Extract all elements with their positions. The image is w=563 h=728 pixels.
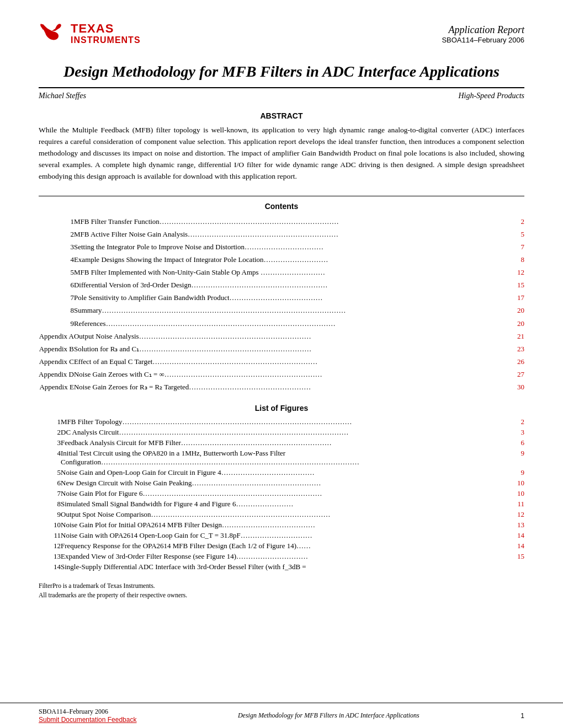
lof-item-page: 14 bbox=[502, 541, 524, 552]
author-line: Michael Steffes High-Speed Products bbox=[0, 88, 563, 100]
lof-row: 10Noise Gain Plot for Initial OPA2614 MF… bbox=[39, 520, 524, 531]
lof-row: 13Expanded View of 3rd-Order Filter Resp… bbox=[39, 552, 524, 562]
toc-item-num: 1 bbox=[39, 215, 74, 228]
app-report-label: Application Report bbox=[442, 24, 524, 36]
lof-item-page: 12 bbox=[502, 510, 524, 520]
lof-item-label: Noise Gain Plot for Figure 6………………………………… bbox=[61, 489, 502, 499]
lof-row: 12Frequency Response for the OPA2614 MFB… bbox=[39, 541, 524, 552]
toc-item-label: Pole Sensitivity to Amplifier Gain Bandw… bbox=[74, 292, 502, 304]
bottom-bar: SBOA114–February 2006 Submit Documentati… bbox=[0, 703, 563, 728]
toc-item-label: MFB Filter Transfer Function………………………………… bbox=[74, 215, 502, 228]
lof-item-page: 13 bbox=[502, 520, 524, 531]
lof-item-num: 10 bbox=[39, 520, 61, 531]
logo-area: TEXAS INSTRUMENTS bbox=[39, 22, 141, 46]
logo-instruments: INSTRUMENTS bbox=[71, 35, 141, 45]
lof-item-page: 10 bbox=[502, 489, 524, 499]
trademark2: All trademarks are the property of their… bbox=[39, 591, 524, 600]
toc-item-page: 20 bbox=[502, 304, 524, 317]
submit-feedback-link[interactable]: Submit Documentation Feedback bbox=[39, 716, 136, 724]
toc-row: 7Pole Sensitivity to Amplifier Gain Band… bbox=[39, 292, 524, 304]
toc-item-page: 17 bbox=[502, 292, 524, 304]
lof-item-label: Noise Gain and Open-Loop Gain for Circui… bbox=[61, 468, 502, 478]
lof-item-label: Initial Test Circuit using the OPA820 in… bbox=[61, 448, 502, 468]
author-name: Michael Steffes bbox=[39, 92, 86, 100]
toc-item-num: Appendix E bbox=[39, 381, 74, 394]
lof-item-label: DC Analysis Circuit………………………………………………………… bbox=[61, 427, 502, 438]
toc-item-page: 8 bbox=[502, 253, 524, 266]
title-section: Design Methodology for MFB Filters in AD… bbox=[0, 52, 563, 82]
lof-item-num: 6 bbox=[39, 478, 61, 489]
toc-item-num: Appendix B bbox=[39, 342, 74, 355]
toc-row: 9References……………………………………………………………………………… bbox=[39, 317, 524, 330]
abstract-section: ABSTRACT While the Multiple Feedback (MF… bbox=[0, 100, 563, 183]
toc-item-label: MFB Active Filter Noise Gain Analysis………… bbox=[74, 228, 502, 240]
lof-row: 11Noise Gain with OPA2614 Open-Loop Gain… bbox=[39, 531, 524, 541]
toc-item-num: 4 bbox=[39, 253, 74, 266]
toc-heading: Contents bbox=[39, 202, 524, 211]
lof-item-num: 5 bbox=[39, 468, 61, 478]
toc-row: 8Summary……………………………………………………………………………………… bbox=[39, 304, 524, 317]
lof-item-num: 8 bbox=[39, 499, 61, 510]
lof-row: 14Single-Supply Differential ADC Interfa… bbox=[39, 562, 524, 572]
toc-row: 3Setting the Integrator Pole to Improve … bbox=[39, 240, 524, 253]
toc-item-page: 27 bbox=[502, 368, 524, 381]
toc-row: Appendix DNoise Gain Zeroes with C₁ = ∞…… bbox=[39, 368, 524, 381]
lof-item-label: Simulated Small Signal Bandwidth for Fig… bbox=[61, 499, 502, 510]
lof-item-label: Output Spot Noise Comparison………………………………… bbox=[61, 510, 502, 520]
toc-item-label: Summary………………………………………………………………………………………… bbox=[74, 304, 502, 317]
toc-item-num: Appendix A bbox=[39, 330, 74, 342]
toc-item-num: 9 bbox=[39, 317, 74, 330]
toc-row: 6Differential Version of 3rd-Order Desig… bbox=[39, 279, 524, 292]
toc-item-label: Noise Gain Zeroes for R₃ = R₂ Targeted……… bbox=[74, 381, 502, 394]
logo-texas: TEXAS bbox=[71, 23, 141, 35]
lof-item-page: 14 bbox=[502, 531, 524, 541]
lof-item-label: Noise Gain Plot for Initial OPA2614 MFB … bbox=[61, 520, 502, 531]
lof-row: 7Noise Gain Plot for Figure 6……………………………… bbox=[39, 489, 524, 499]
ti-logo: TEXAS INSTRUMENTS bbox=[39, 22, 141, 46]
abstract-heading: ABSTRACT bbox=[39, 111, 524, 120]
lof-item-label: New Design Circuit with Noise Gain Peaki… bbox=[61, 478, 502, 489]
footer-trademarks: FilterPro is a trademark of Texas Instru… bbox=[0, 572, 563, 601]
lof-row: 8Simulated Small Signal Bandwidth for Fi… bbox=[39, 499, 524, 510]
toc-row: 5MFB Filter Implemented with Non-Unity-G… bbox=[39, 266, 524, 279]
toc-row: 2MFB Active Filter Noise Gain Analysis……… bbox=[39, 228, 524, 240]
toc-row: Appendix ENoise Gain Zeroes for R₃ = R₂ … bbox=[39, 381, 524, 394]
lof-heading: List of Figures bbox=[39, 404, 524, 413]
lof-item-label: Feedback Analysis Circuit for MFB Filter… bbox=[61, 438, 502, 448]
lof-item-num: 1 bbox=[39, 417, 61, 427]
bottom-page-number: 1 bbox=[520, 712, 524, 720]
lof-row: 1MFB Filter Topology……………………………………………………… bbox=[39, 417, 524, 427]
author-department: High-Speed Products bbox=[458, 92, 524, 100]
lof-row: 3Feedback Analysis Circuit for MFB Filte… bbox=[39, 438, 524, 448]
ti-emblem-icon bbox=[39, 22, 67, 46]
bottom-center-text: Design Methodology for MFB Filters in AD… bbox=[238, 711, 419, 720]
toc-item-num: 3 bbox=[39, 240, 74, 253]
logo-text: TEXAS INSTRUMENTS bbox=[71, 23, 141, 45]
doc-number: SBOA114–February 2006 bbox=[442, 36, 524, 44]
toc-item-page: 23 bbox=[502, 342, 524, 355]
header-right: Application Report SBOA114–February 2006 bbox=[442, 22, 524, 44]
lof-row: 9Output Spot Noise Comparison……………………………… bbox=[39, 510, 524, 520]
toc-item-label: Differential Version of 3rd-Order Design… bbox=[74, 279, 502, 292]
lof-row: 6New Design Circuit with Noise Gain Peak… bbox=[39, 478, 524, 489]
lof-item-num: 12 bbox=[39, 541, 61, 552]
toc-row: 4Example Designs Showing the Impact of I… bbox=[39, 253, 524, 266]
toc-item-page: 5 bbox=[502, 228, 524, 240]
lof-row: 2DC Analysis Circuit……………………………………………………… bbox=[39, 427, 524, 438]
toc-item-label: Noise Gain Zeroes with C₁ = ∞……………………………… bbox=[74, 368, 502, 381]
lof-item-num: 13 bbox=[39, 552, 61, 562]
lof-item-page: 6 bbox=[502, 438, 524, 448]
toc-item-label: References………………………………………………………………………………… bbox=[74, 317, 502, 330]
main-title: Design Methodology for MFB Filters in AD… bbox=[39, 62, 524, 82]
toc-item-label: Solution for R₃ and C₁………………………………………………… bbox=[74, 342, 502, 355]
lof-item-page bbox=[502, 562, 524, 572]
lof-item-label: Single-Supply Differential ADC Interface… bbox=[61, 562, 502, 572]
toc-divider-top bbox=[39, 196, 524, 196]
toc-item-page: 12 bbox=[502, 266, 524, 279]
abstract-body: While the Multiple Feedback (MFB) filter… bbox=[39, 125, 524, 183]
lof-item-page: 9 bbox=[502, 468, 524, 478]
trademark1: FilterPro is a trademark of Texas Instru… bbox=[39, 581, 524, 591]
lof-item-page: 11 bbox=[502, 499, 524, 510]
toc-section: Contents 1MFB Filter Transfer Function……… bbox=[0, 183, 563, 394]
lof-item-num: 14 bbox=[39, 562, 61, 572]
